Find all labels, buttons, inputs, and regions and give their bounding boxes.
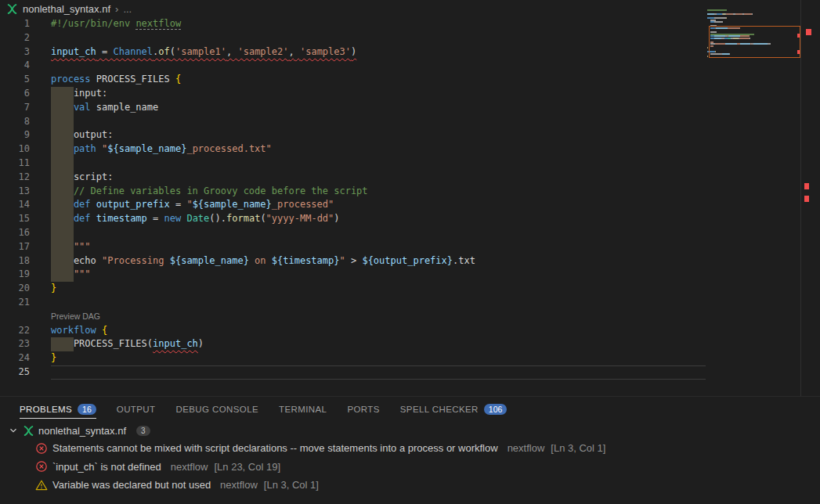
codelens-preview-dag[interactable]: Preview DAG [51,311,100,321]
indent-highlight [51,128,74,142]
code-token: _processed" [272,199,334,210]
code-line[interactable]: 21 [0,296,706,310]
line-number[interactable]: 2 [0,31,30,45]
code-text: // Define variables in Groovy code befor… [51,185,368,199]
code-token: timestamp [96,213,147,224]
line-number[interactable]: 11 [0,157,30,171]
error-icon [35,442,48,455]
code-token: output_prefix [96,199,170,210]
code-line[interactable]: 15def timestamp = new Date().format("yyy… [0,212,706,226]
code-token: = [96,46,114,57]
panel-tab-debug-console[interactable]: DEBUG CONSOLE [175,397,258,422]
indent-highlight [51,198,74,212]
code-line[interactable]: 23PROCESS_FILES(input_ch) [0,337,706,351]
code-line[interactable]: 17""" [0,240,706,254]
line-number[interactable]: 20 [0,282,30,296]
line-number[interactable]: 15 [0,212,30,226]
line-number[interactable]: 23 [0,337,30,351]
code-line[interactable]: 12script: [0,171,706,185]
code-line[interactable]: 6input: [0,87,706,101]
problem-row[interactable]: Statements cannot be mixed with script d… [0,439,820,458]
line-number[interactable]: 19 [0,268,30,282]
code-line[interactable]: 10path "${sample_name}_processed.txt" [0,142,706,157]
minimap-error-mark [797,50,800,54]
breadcrumb-symbol-collapsed[interactable]: ... [123,3,132,15]
code-token: // Define variables in Groovy code befor… [74,185,368,196]
line-number[interactable]: 3 [0,45,30,59]
line-number[interactable]: 5 [0,73,30,87]
code-token: ${timestamp} [272,255,340,266]
indent-highlight [51,240,74,254]
line-number[interactable]: 9 [0,128,30,142]
code-line[interactable]: 9output: [0,128,706,142]
code-token: input_ch [51,46,96,57]
panel-tab-output[interactable]: OUTPUT [117,397,156,422]
code-line[interactable]: 3input_ch = Channel.of('sample1', 'sampl… [0,45,706,59]
code-token: 'sample2' [237,46,288,57]
line-number[interactable]: 10 [0,142,30,157]
line-number[interactable]: 6 [0,87,30,101]
minimap[interactable] [707,9,800,385]
line-number[interactable]: 1 [0,17,30,31]
panel-tab-problems[interactable]: PROBLEMS16 [20,397,96,422]
line-number[interactable]: 12 [0,171,30,185]
code-line[interactable]: 22workflow { [0,324,706,338]
code-token: path [74,143,102,154]
code-line[interactable]: 8 [0,115,706,129]
problem-row[interactable]: `input_ch` is not definednextflow[Ln 23,… [0,458,820,477]
code-token: 'sample3' [300,46,351,57]
line-number[interactable]: 21 [0,296,30,310]
code-token: .txt [453,255,475,266]
line-number[interactable]: 4 [0,59,30,73]
problems-file-row[interactable]: nonlethal_syntax.nf 3 [0,422,820,439]
code-line[interactable]: 18echo "Processing ${sample_name} on ${t… [0,254,706,268]
problem-message: `input_ch` is not defined [52,461,161,473]
line-number[interactable]: 13 [0,185,30,199]
breadcrumb-file[interactable]: nonlethal_syntax.nf [23,3,110,15]
line-number[interactable]: 22 [0,324,30,338]
code-text: def timestamp = new Date().format("yyyy-… [51,212,340,226]
line-number[interactable]: 7 [0,101,30,115]
code-line[interactable]: 11 [0,157,706,171]
code-text: } [51,282,56,296]
line-number[interactable]: 14 [0,198,30,212]
problems-file-name: nonlethal_syntax.nf [38,425,126,437]
panel-tab-label: DEBUG CONSOLE [175,405,258,414]
code-token: """ [74,268,91,279]
panel-tab-spell-checker[interactable]: SPELL CHECKER106 [400,397,508,422]
line-number[interactable]: 17 [0,240,30,254]
editor[interactable]: 1#!/usr/bin/env nextflow23input_ch = Cha… [0,17,706,398]
code-token: echo [74,255,102,266]
line-number[interactable]: 24 [0,351,30,365]
minimap-error-mark [797,34,800,38]
code-token: Channel [113,46,153,57]
problem-row[interactable]: Variable was declared but not usednextfl… [0,476,820,495]
code-line[interactable]: 16 [0,226,706,240]
code-token: output: [74,129,114,140]
code-line[interactable]: 14def output_prefix = "${sample_name}_pr… [0,198,706,212]
code-text: def output_prefix = "${sample_name}_proc… [51,198,334,212]
line-number[interactable]: 18 [0,254,30,268]
panel-tab-ports[interactable]: PORTS [347,397,379,422]
code-line[interactable]: 20} [0,282,706,296]
code-token: input_ch [153,338,198,349]
line-number[interactable]: 25 [0,365,30,380]
panel-tab-terminal[interactable]: TERMINAL [279,397,327,422]
code-line[interactable]: 24} [0,351,706,365]
code-line[interactable]: 4 [0,59,706,73]
code-token: "Processing [102,255,170,266]
code-token: def [74,199,96,210]
code-line[interactable]: 5process PROCESS_FILES { [0,73,706,87]
code-line[interactable]: 1#!/usr/bin/env nextflow [0,17,706,31]
code-line[interactable]: 2 [0,31,706,45]
code-text: input_ch = Channel.of('sample1', 'sample… [51,45,356,59]
line-number[interactable]: 16 [0,226,30,240]
overview-ruler[interactable] [800,0,820,396]
chevron-down-icon[interactable] [8,425,19,436]
code-line[interactable]: 13// Define variables in Groovy code bef… [0,185,706,199]
code-text: output: [51,128,113,142]
code-line[interactable]: 25 [0,365,706,380]
line-number[interactable]: 8 [0,115,30,129]
code-line[interactable]: 7val sample_name [0,101,706,115]
code-line[interactable]: 19""" [0,268,706,282]
